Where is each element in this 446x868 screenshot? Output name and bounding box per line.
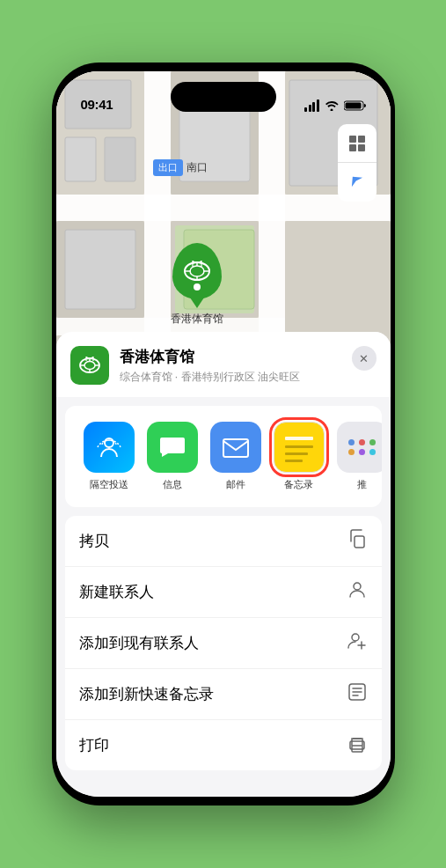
- action-add-contact[interactable]: 添加到现有联系人: [65, 618, 382, 669]
- more-label: 推: [357, 478, 367, 491]
- location-venue-icon: [70, 346, 109, 385]
- phone-screen: 09:41: [56, 71, 391, 797]
- messages-label: 信息: [163, 478, 182, 491]
- svg-rect-18: [105, 137, 135, 181]
- messages-icon: [147, 422, 198, 473]
- close-icon: ✕: [359, 352, 369, 365]
- svg-point-39: [84, 362, 95, 370]
- venue-name: 香港体育馆: [120, 347, 377, 367]
- svg-rect-52: [285, 452, 308, 455]
- marker-label: 香港体育馆: [171, 312, 223, 327]
- copy-label: 拷贝: [79, 531, 109, 551]
- messages-symbol: [157, 432, 187, 462]
- location-header: 香港体育馆 综合体育馆 · 香港特别行政区 油尖旺区 ✕: [56, 332, 391, 397]
- airdrop-symbol: [94, 432, 124, 462]
- airdrop-icon: [84, 422, 135, 473]
- svg-point-24: [190, 266, 204, 276]
- action-print[interactable]: 打印: [65, 720, 382, 770]
- mail-icon: [210, 422, 261, 473]
- stadium-marker: 香港体育馆: [171, 243, 223, 327]
- svg-point-56: [352, 634, 359, 641]
- map-exit-label: 出口 南口: [153, 159, 208, 176]
- share-airdrop[interactable]: 隔空投送: [77, 418, 141, 495]
- close-button[interactable]: ✕: [352, 346, 377, 371]
- share-more[interactable]: 推: [331, 418, 382, 495]
- notes-symbol: [281, 430, 317, 465]
- svg-rect-49: [223, 439, 248, 457]
- quick-note-icon: [347, 681, 368, 707]
- copy-icon: [347, 528, 368, 554]
- notes-label: 备忘录: [284, 478, 313, 491]
- mail-label: 邮件: [226, 478, 245, 491]
- exit-name: 南口: [186, 160, 208, 175]
- bottom-sheet: 香港体育馆 综合体育馆 · 香港特别行政区 油尖旺区 ✕: [56, 332, 391, 797]
- share-mail[interactable]: 邮件: [204, 418, 267, 495]
- wifi-icon: [325, 100, 339, 111]
- share-messages[interactable]: 信息: [141, 418, 204, 495]
- airdrop-label: 隔空投送: [90, 478, 128, 491]
- action-list: 拷贝 新建联系人: [65, 516, 382, 770]
- svg-rect-53: [285, 460, 303, 462]
- add-contact-icon: [347, 630, 368, 656]
- svg-rect-36: [358, 144, 365, 151]
- action-new-contact[interactable]: 新建联系人: [65, 567, 382, 618]
- svg-rect-1: [345, 103, 361, 109]
- svg-rect-34: [358, 136, 365, 143]
- more-icon: [337, 422, 382, 473]
- signal-icon: [304, 99, 319, 112]
- action-copy[interactable]: 拷贝: [65, 516, 382, 567]
- svg-rect-22: [65, 230, 135, 309]
- new-contact-icon: [347, 579, 368, 605]
- location-arrow-icon: [348, 173, 366, 191]
- print-icon: [347, 732, 368, 758]
- quick-note-label: 添加到新快速备忘录: [79, 684, 214, 704]
- notes-icon: [274, 422, 325, 473]
- svg-rect-54: [355, 536, 364, 548]
- share-notes[interactable]: 备忘录: [267, 418, 331, 495]
- marker-dot: [194, 283, 201, 291]
- venue-subtitle: 综合体育馆 · 香港特别行政区 油尖旺区: [120, 370, 377, 385]
- svg-rect-33: [349, 136, 356, 143]
- map-layer-button[interactable]: [338, 124, 377, 163]
- phone-frame: 09:41: [52, 63, 395, 805]
- location-button[interactable]: [338, 163, 377, 202]
- dynamic-island: [171, 82, 276, 112]
- add-contact-label: 添加到现有联系人: [79, 633, 199, 653]
- stadium-icon: [182, 258, 212, 284]
- svg-marker-30: [193, 261, 196, 264]
- svg-marker-32: [198, 261, 201, 264]
- marker-pin: [172, 243, 222, 299]
- location-info: 香港体育馆 综合体育馆 · 香港特别行政区 油尖旺区: [120, 347, 377, 385]
- print-label: 打印: [79, 735, 109, 755]
- action-quick-note[interactable]: 添加到新快速备忘录: [65, 669, 382, 720]
- svg-point-55: [354, 583, 361, 590]
- svg-rect-35: [349, 144, 356, 151]
- svg-rect-51: [285, 445, 313, 448]
- mail-symbol: [221, 432, 251, 462]
- new-contact-label: 新建联系人: [79, 582, 154, 602]
- svg-rect-50: [285, 437, 313, 440]
- map-layer-icon: [347, 134, 367, 153]
- status-time: 09:41: [81, 97, 113, 112]
- exit-tag: 出口: [153, 159, 183, 176]
- svg-rect-17: [65, 137, 96, 181]
- status-icons: [304, 99, 366, 112]
- map-controls: [338, 124, 377, 202]
- venue-stadium-icon: [77, 353, 102, 378]
- share-row: 隔空投送 信息: [65, 406, 382, 507]
- svg-marker-37: [348, 173, 362, 187]
- battery-icon: [344, 100, 366, 111]
